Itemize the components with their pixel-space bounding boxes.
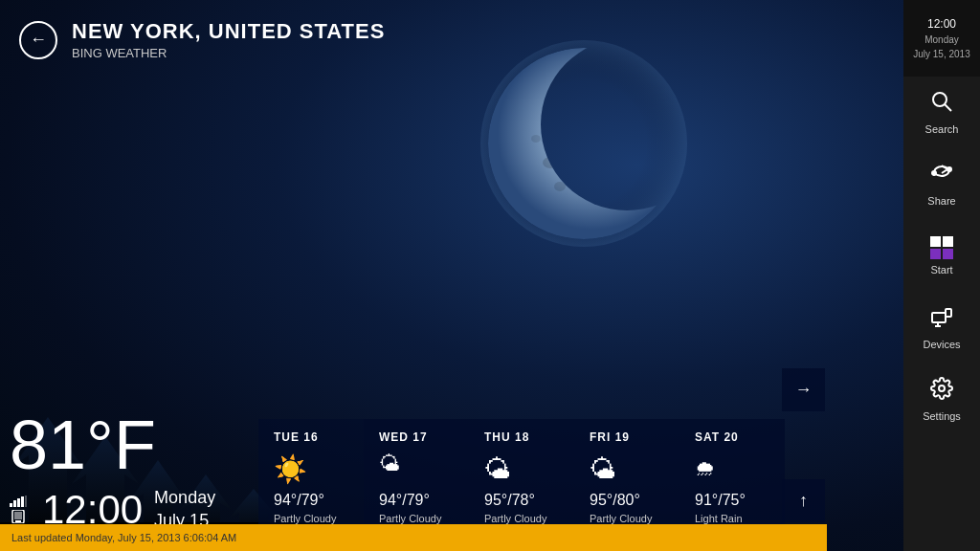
charm-settings[interactable]: Settings [903, 364, 980, 435]
search-icon [930, 90, 953, 119]
forecast-desc-1: Partly Cloudy [379, 513, 454, 524]
forecast-desc-2: Partly Cloudy [484, 513, 559, 524]
current-weather: 81°F 12:00 Monday July 15 [10, 410, 215, 532]
svg-line-22 [945, 104, 951, 111]
charms-top-area: 12:00 Monday July 15, 2013 [903, 0, 980, 77]
start-icon [930, 236, 953, 259]
charm-settings-label: Settings [923, 410, 961, 422]
signal-bar-icon [10, 496, 27, 507]
svg-rect-14 [13, 500, 16, 507]
svg-rect-20 [15, 520, 21, 522]
forecast-day-3: FRI 19 [590, 430, 664, 444]
charms-bar: 12:00 Monday July 15, 2013 Search Share [903, 0, 980, 551]
share-icon [930, 162, 953, 190]
charm-start[interactable]: Start [903, 220, 980, 292]
status-text: Last updated Monday, July 15, 2013 6:06:… [11, 532, 236, 543]
svg-rect-26 [946, 309, 951, 317]
signal-icons [10, 496, 27, 523]
forecast-next-button[interactable]: → [782, 368, 825, 411]
charm-search[interactable]: Search [903, 77, 980, 148]
forecast-icon-0: ☀️ [274, 452, 348, 486]
svg-rect-16 [21, 496, 24, 507]
forecast-icon-4: 🌧 [695, 452, 769, 486]
svg-rect-25 [932, 313, 946, 322]
forecast-icon-3: 🌤 [590, 452, 664, 486]
svg-rect-15 [17, 498, 20, 507]
status-bar: Last updated Monday, July 15, 2013 6:06:… [0, 524, 827, 551]
charm-start-label: Start [930, 264, 952, 276]
phone-icon [10, 510, 27, 523]
forecast-desc-3: Partly Cloudy [590, 513, 664, 524]
forecast-day-2: THU 18 [484, 430, 559, 444]
settings-icon [930, 377, 953, 406]
forecast-day-4: SAT 20 [695, 430, 769, 444]
forecast-icon-1: 🌤 [379, 452, 454, 486]
forecast-desc-0: Partly Cloudy [274, 513, 348, 524]
svg-rect-13 [10, 503, 12, 507]
svg-point-29 [939, 386, 945, 391]
city-name: NEW YORK, UNITED STATES [72, 19, 385, 44]
svg-rect-19 [14, 512, 22, 519]
charm-devices-label: Devices [923, 339, 960, 350]
app-name: BING WEATHER [72, 46, 385, 60]
scroll-up-button[interactable]: ↑ [782, 479, 825, 522]
charm-share[interactable]: Share [903, 148, 980, 220]
devices-icon [930, 305, 953, 334]
forecast-day-0: TUE 16 [274, 430, 348, 444]
forecast-icon-2: 🌤 [484, 452, 559, 486]
svg-point-23 [932, 171, 936, 175]
forecast-temp-1: 94°/79° [379, 492, 454, 509]
svg-rect-17 [25, 496, 27, 507]
forecast-day-1: WED 17 [379, 430, 454, 444]
charm-share-label: Share [927, 195, 955, 207]
forecast-temp-4: 91°/75° [695, 492, 769, 509]
back-button[interactable]: ← [19, 21, 57, 59]
svg-point-21 [933, 93, 947, 106]
header: ← NEW YORK, UNITED STATES BING WEATHER [19, 19, 385, 60]
charm-search-label: Search [925, 123, 959, 135]
forecast-temp-2: 95°/78° [484, 492, 559, 509]
forecast-temp-0: 94°/79° [274, 492, 348, 509]
charm-devices[interactable]: Devices [903, 292, 980, 364]
forecast-desc-4: Light Rain [695, 513, 769, 524]
header-text: NEW YORK, UNITED STATES BING WEATHER [72, 19, 385, 60]
main-content: ← NEW YORK, UNITED STATES BING WEATHER 8… [0, 0, 903, 551]
current-temperature: 81°F [10, 410, 215, 479]
forecast-temp-3: 95°/80° [590, 492, 664, 509]
